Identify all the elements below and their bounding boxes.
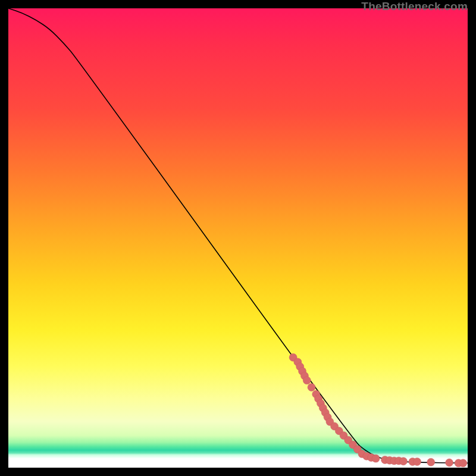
chart-marker [459, 459, 467, 467]
chart-marker [446, 459, 453, 466]
stage: TheBottleneck.com [0, 0, 476, 476]
chart-marker [414, 458, 421, 465]
chart-curve [8, 8, 468, 463]
chart-marker [308, 383, 315, 391]
chart-overlay [8, 8, 468, 468]
chart-marker [399, 458, 407, 465]
chart-marker [427, 458, 435, 466]
plot-area: TheBottleneck.com [8, 8, 468, 468]
chart-marker [303, 377, 311, 384]
chart-marker [372, 455, 380, 462]
chart-markers [289, 353, 467, 467]
